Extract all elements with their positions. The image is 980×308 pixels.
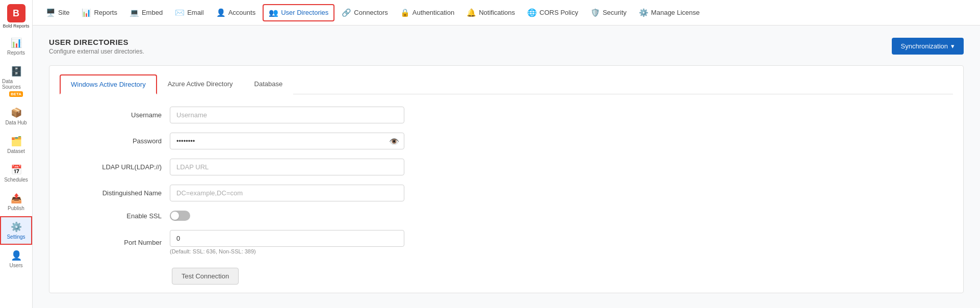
nav-embed[interactable]: 💻 Embed [124,5,168,20]
sidebar-item-schedules[interactable]: 📅 Schedules [0,159,32,188]
nav-email[interactable]: ✉️ Email [170,5,209,20]
label-username: Username [60,111,162,119]
nav-label-cors: CORS Policy [539,9,578,16]
sidebar-item-users[interactable]: 👤 Users [0,245,32,273]
nav-manage-license[interactable]: ⚙️ Manage License [634,5,705,20]
nav-label-user-directories: User Directories [281,9,328,16]
cors-icon: 🌐 [527,8,537,17]
sidebar-label-settings: Settings [7,234,25,240]
top-nav: 🖥️ Site 📊 Reports 💻 Embed ✉️ Email 👤 Acc… [33,0,980,25]
users-icon: 👤 [11,250,22,261]
nav-label-notifications: Notifications [479,9,515,16]
page-header: USER DIRECTORIES Configure external user… [49,38,964,55]
label-password: Password [60,137,162,145]
manage-license-icon: ⚙️ [639,8,649,17]
sidebar-label-data-hub: Data Hub [5,120,27,125]
nav-label-accounts: Accounts [228,9,255,16]
nav-cors-policy[interactable]: 🌐 CORS Policy [522,5,583,20]
password-input[interactable] [170,133,404,149]
sync-dropdown-icon: ▾ [951,42,955,50]
authentication-icon: 🔒 [400,8,410,17]
nav-label-manage-license: Manage License [651,9,700,16]
form-row-port: Port Number (Default: SSL: 636, Non-SSL:… [60,230,953,254]
label-ldap: LDAP URL(LDAP://) [60,163,162,171]
form-row-dn: Distinguished Name [60,185,953,201]
form-row-ldap: LDAP URL(LDAP://) [60,159,953,175]
sidebar-item-dataset[interactable]: 🗂️ Dataset [0,131,32,159]
publish-icon: 📤 [11,193,22,204]
sidebar-label-reports: Reports [7,50,25,56]
app-name: Bold Reports [3,23,29,29]
port-wrapper: (Default: SSL: 636, Non-SSL: 389) [170,230,404,254]
nav-reports[interactable]: 📊 Reports [76,5,122,20]
connectors-icon: 🔗 [342,8,351,17]
reports-nav-icon: 📊 [82,8,91,17]
tab-azure-ad[interactable]: Azure Active Directory [157,74,244,94]
nav-accounts[interactable]: 👤 Accounts [211,5,261,20]
sidebar-item-reports[interactable]: 📊 Reports [0,32,32,61]
sidebar-item-data-sources[interactable]: 🗄️ Data Sources BETA [0,61,32,102]
form-row-password: Password 👁️ [60,133,953,149]
main-area: 🖥️ Site 📊 Reports 💻 Embed ✉️ Email 👤 Acc… [33,0,980,308]
test-connection-label: Test Connection [182,272,229,280]
port-hint: (Default: SSL: 636, Non-SSL: 389) [170,248,404,254]
settings-icon: ⚙️ [11,221,22,233]
sidebar-label-users: Users [9,263,22,268]
tab-windows-ad[interactable]: Windows Active Directory [60,74,157,94]
form-section: Username Password 👁️ LDAP URL(LDAP://) [60,94,953,293]
enable-ssl-toggle[interactable] [170,211,190,221]
toggle-knob [171,212,179,220]
sync-button-label: Synchronization [901,42,948,50]
site-icon: 🖥️ [46,8,56,17]
tab-database[interactable]: Database [244,74,294,94]
nav-authentication[interactable]: 🔒 Authentication [395,5,459,20]
app-logo[interactable]: B Bold Reports [0,0,32,32]
email-icon: ✉️ [175,8,185,17]
nav-label-reports: Reports [94,9,117,16]
sidebar-item-settings[interactable]: ⚙️ Settings [0,216,32,245]
sidebar-label-schedules: Schedules [4,177,28,183]
ldap-url-input[interactable] [170,159,404,175]
tabs-container: Windows Active Directory Azure Active Di… [49,65,964,293]
username-input[interactable] [170,107,404,123]
sidebar-label-data-sources: Data Sources [2,79,30,90]
nav-label-embed: Embed [142,9,163,16]
page-title: USER DIRECTORIES [49,38,144,46]
port-number-input[interactable] [170,230,404,247]
nav-notifications[interactable]: 🔔 Notifications [461,5,520,20]
distinguished-name-input[interactable] [170,185,404,201]
reports-icon: 📊 [11,37,22,48]
tab-label-azure-ad: Azure Active Directory [168,80,233,88]
dn-wrapper [170,185,404,201]
user-directories-icon: 👥 [269,8,278,17]
dataset-icon: 🗂️ [11,136,22,147]
nav-label-email: Email [187,9,204,16]
accounts-icon: 👤 [216,8,226,17]
test-connection-button[interactable]: Test Connection [172,268,239,285]
notifications-icon: 🔔 [467,8,476,17]
data-sources-icon: 🗄️ [11,66,22,77]
synchronization-button[interactable]: Synchronization ▾ [892,38,964,55]
password-wrapper: 👁️ [170,133,404,149]
label-ssl: Enable SSL [60,212,162,220]
security-icon: 🛡️ [590,8,600,17]
logo-icon: B [7,4,25,22]
title-block: USER DIRECTORIES Configure external user… [49,38,144,55]
page-content: USER DIRECTORIES Configure external user… [33,25,980,308]
ldap-wrapper [170,159,404,175]
tab-label-database: Database [254,80,283,88]
nav-label-security: Security [603,9,627,16]
nav-user-directories[interactable]: 👥 User Directories [263,4,334,21]
page-subtitle: Configure external user directories. [49,48,144,55]
nav-label-connectors: Connectors [354,9,388,16]
password-toggle-button[interactable]: 👁️ [389,136,399,146]
label-port: Port Number [60,239,162,246]
nav-security[interactable]: 🛡️ Security [585,5,632,20]
tabs-row: Windows Active Directory Azure Active Di… [60,74,953,94]
embed-icon: 💻 [130,8,139,17]
nav-connectors[interactable]: 🔗 Connectors [337,5,393,20]
sidebar-item-publish[interactable]: 📤 Publish [0,188,32,216]
sidebar-item-data-hub[interactable]: 📦 Data Hub [0,102,32,131]
nav-label-authentication: Authentication [412,9,454,16]
nav-site[interactable]: 🖥️ Site [41,5,74,20]
